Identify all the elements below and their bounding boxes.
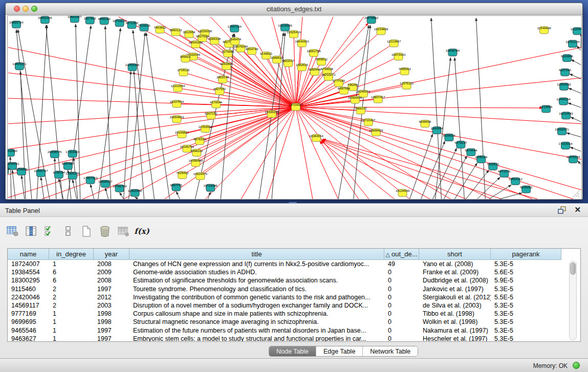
graph-node[interactable]: 16961758 bbox=[307, 49, 321, 57]
table-settings-icon[interactable] bbox=[5, 224, 20, 239]
graph-node[interactable]: 17016514 bbox=[558, 142, 573, 149]
column-header-in_degree[interactable]: in_degree bbox=[49, 249, 94, 260]
table-row[interactable]: 1830029562008Estimation of significance … bbox=[8, 276, 580, 285]
canvas-resize-grip[interactable] bbox=[573, 191, 579, 197]
scrollbar-thumb[interactable] bbox=[570, 262, 576, 275]
graph-node[interactable]: 16914479 bbox=[193, 172, 208, 180]
float-panel-icon[interactable] bbox=[557, 206, 567, 214]
graph-node[interactable]: 3822017 bbox=[282, 59, 295, 67]
column-header-title[interactable]: title bbox=[129, 249, 384, 260]
graph-node[interactable]: 24955724 bbox=[9, 20, 24, 28]
table-row[interactable]: 1872400712008Changes of HCN gene express… bbox=[8, 260, 580, 268]
graph-node[interactable]: 8938924 bbox=[443, 134, 455, 141]
graph-node[interactable]: 11125448 bbox=[571, 27, 581, 35]
tab-node-table[interactable]: Node Table bbox=[269, 346, 316, 356]
graph-node[interactable]: 12213967 bbox=[387, 39, 401, 47]
graph-node[interactable]: 20691406 bbox=[38, 16, 52, 24]
graph-node[interactable]: 1546474 bbox=[229, 37, 242, 45]
graph-node[interactable]: 20364436 bbox=[348, 96, 362, 103]
graph-node[interactable]: 9329966 bbox=[561, 54, 574, 62]
graph-node[interactable]: 16210643 bbox=[559, 112, 573, 119]
graph-node[interactable]: 18543392 bbox=[189, 40, 203, 48]
graph-node[interactable]: 15325419 bbox=[287, 30, 301, 38]
graph-node[interactable]: 12975115 bbox=[400, 81, 414, 89]
graph-node[interactable]: 7986372 bbox=[355, 106, 367, 114]
graph-node[interactable]: 15692971 bbox=[555, 127, 569, 135]
graph-node[interactable]: 16648784 bbox=[446, 49, 460, 56]
graph-node[interactable]: 9097587 bbox=[62, 162, 75, 169]
column-header-name[interactable]: name bbox=[8, 249, 49, 260]
vertical-scrollbar[interactable] bbox=[569, 261, 577, 340]
graph-node[interactable]: 10719135 bbox=[113, 19, 127, 27]
graph-node[interactable]: 15751074 bbox=[565, 40, 580, 48]
graph-node[interactable]: 2935114 bbox=[475, 155, 488, 163]
delete-table-icon[interactable] bbox=[97, 224, 113, 239]
table-row[interactable]: 946554611997Estimation of the future num… bbox=[8, 326, 580, 335]
graph-node[interactable]: 8878332 bbox=[193, 137, 206, 145]
graph-node[interactable]: 15124549 bbox=[396, 189, 410, 196]
graph-node[interactable]: 19654903 bbox=[170, 115, 184, 123]
graph-node[interactable]: 8427552 bbox=[213, 87, 226, 95]
graph-node[interactable]: 8454749 bbox=[246, 47, 258, 55]
table-row[interactable]: 1938455462009Genome-wide association stu… bbox=[8, 268, 580, 276]
graph-node[interactable]: 17957253 bbox=[83, 176, 98, 184]
close-panel-icon[interactable]: ✕ bbox=[574, 205, 581, 214]
graph-node[interactable]: 12444154 bbox=[556, 97, 571, 105]
merge-tables-icon[interactable] bbox=[60, 224, 76, 239]
graph-node[interactable]: 7515526 bbox=[138, 24, 151, 31]
column-chooser-icon[interactable] bbox=[24, 224, 39, 239]
graph-node[interactable]: 12213354 bbox=[171, 84, 185, 92]
graph-node[interactable]: 16782759 bbox=[113, 184, 127, 192]
table-row[interactable]: 969969511998Structural magnetic resonanc… bbox=[8, 318, 580, 326]
graph-node[interactable]: 9990448 bbox=[309, 68, 321, 75]
graph-node[interactable]: 17359924 bbox=[66, 150, 80, 158]
graph-node[interactable]: 16154808 bbox=[374, 27, 388, 35]
table-row[interactable]: 911546021997Tourette syndrome. Phenomeno… bbox=[8, 285, 580, 293]
graph-node[interactable]: 1156869 bbox=[15, 167, 28, 175]
table-row[interactable]: 2242004622012Investigating the contribut… bbox=[8, 293, 580, 301]
graph-node[interactable]: 9857791 bbox=[170, 183, 183, 191]
graph-node[interactable]: 2718126 bbox=[177, 68, 190, 76]
graph-node[interactable]: 12342757 bbox=[34, 169, 48, 177]
graph-node[interactable]: 9777169 bbox=[333, 79, 345, 86]
table-row[interactable]: 977716911998Corpus callosum shape and si… bbox=[8, 310, 580, 318]
graph-node[interactable]: 1362615 bbox=[296, 63, 309, 71]
graph-node[interactable]: 10654112 bbox=[509, 177, 523, 185]
graph-node[interactable]: 25160850 bbox=[8, 149, 17, 157]
graph-node[interactable]: 6497568 bbox=[338, 86, 351, 94]
column-header-pagerank[interactable]: pagerank bbox=[491, 249, 561, 260]
graph-node[interactable]: 1327602 bbox=[84, 16, 97, 24]
graph-node[interactable]: 1145194 bbox=[53, 170, 65, 178]
graph-node[interactable]: 5498222 bbox=[190, 149, 203, 157]
graph-node[interactable]: 19166827 bbox=[175, 130, 189, 138]
graph-node[interactable]: 1640954 bbox=[430, 126, 443, 134]
graph-node[interactable]: 9474444 bbox=[465, 148, 477, 156]
new-table-icon[interactable] bbox=[79, 224, 94, 239]
graph-node[interactable]: 1588520 bbox=[271, 56, 284, 63]
graph-node[interactable]: 5960123 bbox=[169, 28, 182, 36]
graph-node[interactable]: 8471676 bbox=[498, 169, 511, 177]
function-builder-icon[interactable]: f(x) bbox=[134, 224, 149, 239]
graph-node[interactable]: 2803144 bbox=[216, 75, 229, 83]
graph-node[interactable]: 12093832 bbox=[557, 82, 571, 90]
window-titlebar[interactable]: citations_edges.txt bbox=[6, 3, 582, 15]
graph-node[interactable]: 20206576 bbox=[48, 150, 62, 158]
graph-node[interactable]: 16640910 bbox=[295, 39, 309, 47]
tab-edge-table[interactable]: Edge Table bbox=[316, 346, 363, 356]
graph-node[interactable]: 4671358 bbox=[126, 21, 139, 29]
graph-node[interactable]: 7955812 bbox=[315, 58, 328, 65]
graph-node[interactable]: 9245052 bbox=[520, 185, 533, 193]
column-header-short[interactable]: short bbox=[419, 249, 491, 260]
graph-node[interactable]: 17957224 bbox=[227, 25, 242, 32]
graph-node[interactable]: 4170044 bbox=[210, 100, 223, 108]
graph-node[interactable]: 9267130 bbox=[205, 112, 217, 119]
graph-node[interactable]: 6466160 bbox=[98, 17, 111, 25]
graph-node[interactable]: 3912954 bbox=[183, 30, 195, 38]
graph-node[interactable]: 20876682 bbox=[364, 16, 379, 24]
table-row[interactable]: 946362711997Embryonic stem cells: a mode… bbox=[8, 335, 580, 342]
graph-node[interactable]: 11353554 bbox=[199, 125, 213, 133]
graph-node[interactable]: 6479197 bbox=[454, 141, 467, 148]
select-columns-icon[interactable] bbox=[42, 224, 57, 239]
graph-node[interactable]: 9227343 bbox=[559, 68, 572, 76]
table-row[interactable]: 1456911722003Disruption of a novel membe… bbox=[8, 301, 580, 310]
